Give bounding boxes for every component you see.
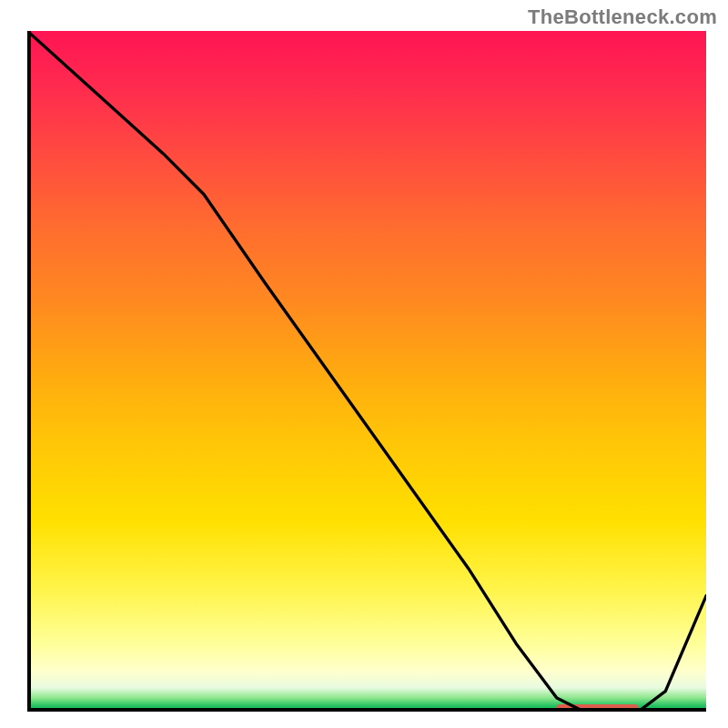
chart-stage: TheBottleneck.com (0, 0, 728, 728)
bottleneck-marker (557, 704, 639, 710)
plot-area (27, 31, 706, 712)
plot-background-gradient (27, 31, 706, 712)
attribution-label: TheBottleneck.com (528, 5, 717, 29)
